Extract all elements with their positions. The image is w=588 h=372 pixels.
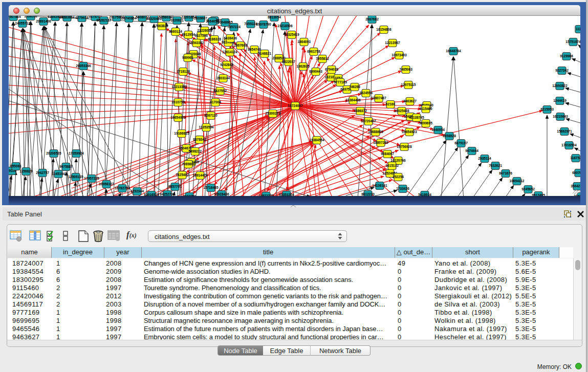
svg-text:11353594: 11353594 bbox=[199, 125, 214, 129]
svg-text:16914479: 16914479 bbox=[192, 173, 208, 177]
svg-text:18724007: 18724007 bbox=[288, 104, 303, 107]
svg-text:15720407: 15720407 bbox=[361, 119, 376, 123]
svg-text:12213967: 12213967 bbox=[385, 41, 400, 45]
svg-text:1864093: 1864093 bbox=[297, 40, 311, 43]
svg-text:20691406: 20691406 bbox=[36, 19, 51, 23]
svg-text:16543382: 16543382 bbox=[189, 41, 204, 45]
svg-text:3320821: 3320821 bbox=[170, 18, 184, 22]
svg-text:7089806: 7089806 bbox=[182, 162, 195, 166]
svg-text:1010755: 1010755 bbox=[171, 100, 185, 104]
svg-text:68353204: 68353204 bbox=[279, 193, 294, 196]
svg-text:2935114: 2935114 bbox=[478, 157, 491, 160]
svg-text:9699695: 9699695 bbox=[419, 121, 432, 125]
svg-text:90048665: 90048665 bbox=[217, 20, 233, 24]
svg-text:8660124: 8660124 bbox=[169, 30, 182, 33]
svg-text:2367608: 2367608 bbox=[234, 43, 247, 47]
svg-text:12093822: 12093822 bbox=[552, 84, 568, 87]
svg-text:1733426: 1733426 bbox=[396, 187, 409, 190]
svg-text:8878342: 8878342 bbox=[193, 138, 206, 141]
svg-text:6007072: 6007072 bbox=[572, 171, 580, 174]
svg-text:89978790: 89978790 bbox=[256, 23, 271, 26]
svg-text:10654112: 10654112 bbox=[510, 179, 525, 183]
svg-text:7663822: 7663822 bbox=[155, 24, 168, 28]
svg-text:8471676: 8471676 bbox=[499, 171, 512, 175]
svg-text:1244419: 1244419 bbox=[553, 99, 567, 102]
svg-text:7955812: 7955812 bbox=[316, 57, 329, 60]
svg-text:9084067: 9084067 bbox=[381, 152, 394, 156]
svg-text:8813054: 8813054 bbox=[268, 16, 281, 19]
svg-text:24972279: 24972279 bbox=[258, 194, 274, 196]
svg-text:9242848: 9242848 bbox=[220, 63, 233, 67]
svg-text:23226058: 23226058 bbox=[197, 29, 212, 32]
svg-text:2942757: 2942757 bbox=[36, 171, 49, 174]
svg-text:252254: 252254 bbox=[393, 175, 404, 179]
svg-text:1156829: 1156829 bbox=[19, 169, 33, 173]
svg-text:7386372: 7386372 bbox=[354, 109, 367, 113]
svg-text:10025438: 10025438 bbox=[394, 109, 409, 113]
svg-text:17957225: 17957225 bbox=[84, 177, 99, 180]
svg-text:9227342: 9227342 bbox=[555, 69, 569, 72]
svg-text:10688609: 10688609 bbox=[368, 130, 383, 134]
svg-text:10958107: 10958107 bbox=[99, 182, 114, 186]
svg-text:18883684: 18883684 bbox=[59, 16, 75, 19]
svg-text:31682744: 31682744 bbox=[574, 194, 580, 196]
svg-text:96028436: 96028436 bbox=[214, 192, 229, 196]
svg-text:9115460: 9115460 bbox=[419, 107, 432, 111]
svg-text:8912954: 8912954 bbox=[182, 33, 195, 36]
svg-text:6279418: 6279418 bbox=[75, 16, 89, 19]
svg-text:417004: 417004 bbox=[210, 100, 221, 104]
svg-text:9975887: 9975887 bbox=[59, 165, 73, 168]
svg-text:20206535: 20206535 bbox=[46, 151, 61, 155]
svg-text:9245652: 9245652 bbox=[521, 187, 535, 191]
svg-text:989961: 989961 bbox=[182, 56, 193, 59]
svg-text:19756928: 19756928 bbox=[397, 145, 412, 148]
svg-text:17359924: 17359924 bbox=[69, 151, 84, 155]
svg-text:8958928: 8958928 bbox=[443, 134, 456, 138]
svg-text:7632621: 7632621 bbox=[489, 164, 502, 167]
svg-text:3824554: 3824554 bbox=[359, 91, 373, 95]
svg-text:1145194: 1145194 bbox=[52, 172, 65, 176]
svg-text:10973493: 10973493 bbox=[391, 53, 407, 57]
svg-text:746266: 746266 bbox=[349, 85, 360, 89]
svg-text:1117: 1117 bbox=[576, 27, 580, 31]
svg-text:16648784: 16648784 bbox=[446, 49, 461, 53]
svg-text:62160: 62160 bbox=[386, 102, 396, 106]
svg-text:3684052: 3684052 bbox=[206, 19, 219, 23]
svg-text:3564217: 3564217 bbox=[571, 184, 580, 188]
svg-text:7455324: 7455324 bbox=[244, 22, 257, 26]
svg-text:84252722: 84252722 bbox=[160, 192, 175, 196]
svg-text:19218506: 19218506 bbox=[277, 24, 293, 28]
svg-text:8186328: 8186328 bbox=[208, 37, 221, 41]
svg-text:2921859: 2921859 bbox=[183, 194, 196, 196]
svg-text:12505135: 12505135 bbox=[68, 175, 83, 179]
svg-text:24055712: 24055712 bbox=[15, 21, 30, 25]
svg-text:7485063: 7485063 bbox=[399, 68, 412, 71]
svg-text:5418934: 5418934 bbox=[418, 193, 431, 196]
svg-text:12975115: 12975115 bbox=[401, 83, 416, 86]
svg-text:13325419: 13325419 bbox=[284, 33, 299, 36]
svg-text:6879197: 6879197 bbox=[454, 141, 468, 145]
svg-text:21364436: 21364436 bbox=[345, 98, 361, 102]
svg-text:17016504: 17016504 bbox=[561, 143, 577, 147]
svg-text:12213389: 12213389 bbox=[171, 85, 187, 89]
svg-text:8215953: 8215953 bbox=[540, 107, 554, 111]
svg-text:16210643: 16210643 bbox=[553, 115, 568, 118]
svg-text:8267110: 8267110 bbox=[204, 114, 217, 117]
svg-text:6438436: 6438436 bbox=[224, 36, 237, 40]
svg-text:7625402: 7625402 bbox=[176, 173, 189, 177]
svg-text:9129966: 9129966 bbox=[560, 54, 573, 58]
svg-text:9517485: 9517485 bbox=[532, 193, 545, 196]
svg-text:1292344: 1292344 bbox=[130, 189, 144, 193]
svg-text:116753: 116753 bbox=[570, 156, 580, 160]
svg-text:15692971: 15692971 bbox=[557, 129, 572, 133]
svg-text:81016525: 81016525 bbox=[144, 193, 159, 196]
svg-text:5498222: 5498222 bbox=[188, 149, 202, 153]
svg-text:8427552: 8427552 bbox=[213, 89, 227, 93]
svg-text:15716485: 15716485 bbox=[203, 186, 219, 189]
svg-text:10807487: 10807487 bbox=[371, 96, 386, 100]
svg-text:855061: 855061 bbox=[10, 164, 21, 168]
svg-text:19654923: 19654923 bbox=[170, 116, 186, 119]
svg-text:2388520: 2388520 bbox=[272, 56, 286, 60]
svg-text:8990443: 8990443 bbox=[309, 70, 322, 73]
svg-text:1615132: 1615132 bbox=[385, 164, 399, 167]
